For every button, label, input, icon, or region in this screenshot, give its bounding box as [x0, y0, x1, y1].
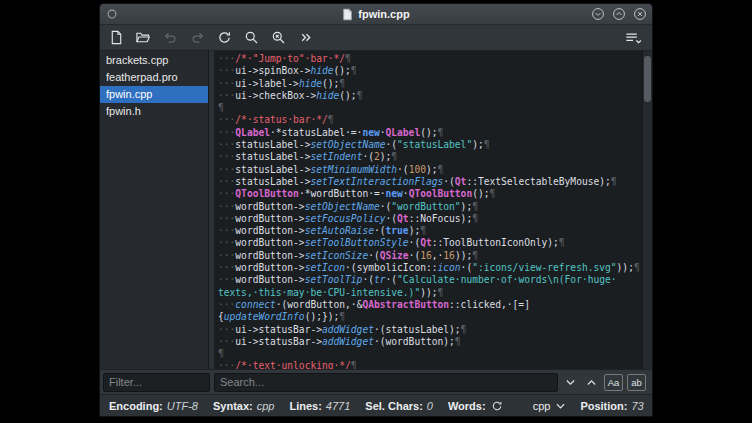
encoding-group: Encoding: UTF-8 [109, 400, 198, 412]
code-line: ¶ [218, 348, 642, 360]
redo-button[interactable] [185, 27, 209, 48]
code-token: /*·status·bar·*/ [235, 114, 327, 125]
code-token: ); [472, 139, 484, 150]
window-controls [591, 7, 647, 21]
scrollbar-thumb[interactable] [644, 56, 651, 102]
code-token: ¶ [559, 237, 565, 248]
code-token: ¶ [472, 250, 478, 261]
syntax-combo-value: cpp [533, 400, 551, 412]
file-item-brackets-cpp[interactable]: brackets.cpp [100, 52, 208, 69]
word-count-refresh-button[interactable] [491, 400, 503, 412]
code-token: /*·"Jump·to"·bar·*/ [235, 53, 345, 64]
sel-chars-label: Sel. Chars: [365, 400, 422, 412]
code-line: ···statusLabel->setTextInteractionFlags·… [218, 176, 642, 188]
code-token: ui->checkBox-> [235, 90, 316, 101]
code-token: setIcon [305, 262, 345, 273]
pin-icon[interactable] [106, 8, 118, 20]
maximize-button[interactable] [612, 7, 626, 21]
code-token: updateWordInfo [224, 311, 305, 322]
code-token: ·( [386, 139, 398, 150]
code-line: ···QToolButton·*wordButton·=·new·QToolBu… [218, 188, 642, 200]
code-token: ·( [409, 250, 421, 261]
file-item-fpwin-cpp[interactable]: fpwin.cpp [100, 86, 208, 103]
code-token: ¶ [345, 53, 351, 64]
code-token: ··· [218, 65, 235, 76]
code-token: ); [426, 164, 438, 175]
minimize-button[interactable] [591, 7, 605, 21]
toolbar-buttons [104, 27, 317, 48]
code-token: ui->spinBox-> [235, 65, 310, 76]
open-file-button[interactable] [131, 27, 155, 48]
window-title: fpwin.cpp [342, 8, 409, 21]
filter-cell [100, 373, 213, 392]
syntax-label: Syntax: [213, 400, 253, 412]
code-token: ··· [218, 139, 235, 150]
code-token: "wordButton" [391, 201, 460, 212]
code-editor[interactable]: ···/*·"Jump·to"·bar·*/¶···ui->spinBox->h… [214, 51, 652, 369]
code-line: ···ui->statusBar->addWidget·(statusLabel… [218, 324, 642, 336]
code-token: ui->label-> [235, 78, 299, 89]
editor-scrollbar[interactable] [642, 51, 652, 369]
code-token: ¶ [472, 201, 478, 212]
syntax-combo[interactable]: cpp [533, 400, 566, 412]
code-token: ·( [386, 274, 398, 285]
code-line: ···wordButton->setIconSize·(QSize·(16,·1… [218, 250, 642, 262]
whole-word-button[interactable]: ab [627, 374, 646, 391]
search-next-button[interactable] [562, 374, 579, 391]
code-token: tr [374, 274, 386, 285]
code-token: ·( [397, 164, 409, 175]
code-line: ···ui->statusBar->addWidget·(wordButton)… [218, 336, 642, 348]
code-token: ··· [218, 53, 235, 64]
code-token: wordButton-> [235, 237, 304, 248]
toolbar-overflow-button[interactable] [293, 27, 317, 48]
filter-input[interactable] [103, 373, 210, 392]
code-token: (); [420, 127, 437, 138]
code-line: ···QLabel·*statusLabel·=·new·QLabel();¶ [218, 127, 642, 139]
code-token: ::TextSelectableByMouse); [466, 176, 610, 187]
code-token: "statusLabel" [397, 139, 472, 150]
undo-button[interactable] [158, 27, 182, 48]
code-token: ·( [443, 176, 455, 187]
code-token: texts,·this·may·be·CPU-intensive.)" [218, 287, 420, 298]
code-token: ¶ [351, 360, 357, 369]
code-token: wordButton-> [235, 213, 304, 224]
close-button[interactable] [633, 7, 647, 21]
code-token: ¶ [472, 213, 478, 224]
code-token: )); [455, 250, 472, 261]
code-token: ,· [432, 250, 444, 261]
code-line: ···ui->checkBox->hide();¶ [218, 90, 642, 102]
code-token: ¶ [484, 139, 490, 150]
code-token: ·(statusLabel); [374, 324, 461, 335]
file-item-featherpad-pro[interactable]: featherpad.pro [100, 69, 208, 86]
code-area[interactable]: ···/*·"Jump·to"·bar·*/¶···ui->spinBox->h… [214, 51, 642, 369]
position-label: Position: [580, 400, 627, 412]
replace-button[interactable] [266, 27, 290, 48]
code-token: ); [380, 151, 392, 162]
code-token: setIndent [310, 151, 362, 162]
lines-label: Lines: [289, 400, 321, 412]
new-file-button[interactable] [104, 27, 128, 48]
window-title-text: fpwin.cpp [358, 8, 409, 20]
code-token: new [386, 188, 403, 199]
code-token: statusLabel-> [235, 164, 310, 175]
code-line: ···statusLabel->setObjectName·("statusLa… [218, 139, 642, 151]
code-token: ¶ [391, 151, 397, 162]
code-line: ···/*·status·bar·*/¶ [218, 114, 642, 126]
file-item-fpwin-h[interactable]: fpwin.h [100, 103, 208, 120]
search-button[interactable] [239, 27, 263, 48]
code-token: ¶ [611, 176, 617, 187]
code-line: {updateWordInfo();});¶ [218, 311, 642, 323]
titlebar[interactable]: fpwin.cpp [100, 4, 652, 25]
search-input[interactable] [214, 373, 558, 392]
code-token: (); [472, 188, 489, 199]
code-token: QToolButton [409, 188, 473, 199]
code-token: QAbstractButton [362, 299, 449, 310]
code-token: ··· [218, 237, 235, 248]
featherpad-window: fpwin.cpp brackets.cppfeatherpad.profpwi… [100, 4, 652, 416]
code-token: Qt [397, 213, 409, 224]
search-prev-button[interactable] [583, 374, 600, 391]
menu-button[interactable] [618, 27, 648, 48]
reload-button[interactable] [212, 27, 236, 48]
code-token: ·( [374, 225, 386, 236]
match-case-button[interactable]: Aa [604, 374, 623, 391]
